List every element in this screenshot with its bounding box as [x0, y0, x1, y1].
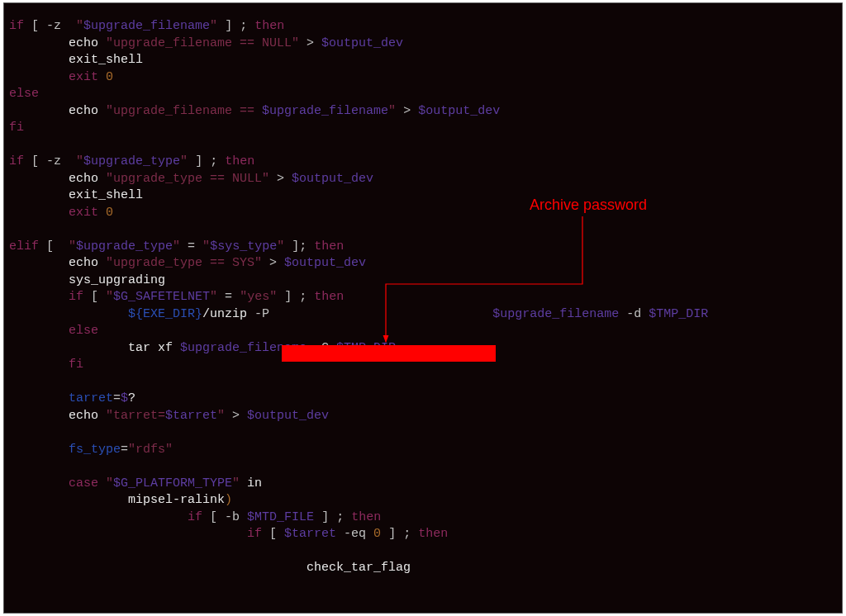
var-tarret: tarret	[69, 391, 113, 405]
code-screenshot: if [ -z "$upgrade_filename" ] ; then ech…	[3, 2, 843, 614]
annotation-label: Archive password	[530, 197, 647, 214]
kw-else: else	[9, 87, 39, 101]
kw-fi: fi	[9, 121, 24, 135]
var-exe-dir: ${EXE_DIR}	[128, 307, 202, 321]
password-redaction-box	[282, 345, 496, 362]
kw-elif: elif	[9, 239, 39, 254]
shell-code-block: if [ -z "$upgrade_filename" ] ; then ech…	[4, 3, 842, 577]
cmd-echo: echo	[69, 36, 98, 50]
kw-case: case	[69, 476, 98, 490]
kw-if: if	[9, 19, 24, 33]
var-fs-type: fs_type	[69, 443, 121, 457]
